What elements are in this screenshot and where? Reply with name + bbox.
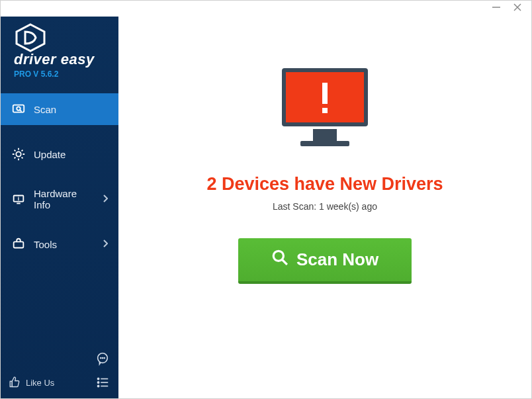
- chevron-right-icon: [103, 194, 108, 204]
- tools-icon: [11, 237, 26, 251]
- app-window: driver easy PRO V 5.6.2 Scan: [0, 0, 532, 399]
- feedback-button[interactable]: [95, 351, 111, 367]
- scan-now-label: Scan Now: [296, 249, 378, 270]
- svg-rect-16: [10, 381, 12, 386]
- svg-rect-27: [322, 83, 328, 104]
- svg-rect-25: [313, 129, 337, 141]
- sidebar-item-scan[interactable]: Scan: [1, 93, 118, 125]
- svg-rect-26: [300, 141, 349, 146]
- svg-marker-3: [17, 24, 44, 51]
- minimize-button[interactable]: [492, 3, 501, 15]
- svg-line-6: [20, 110, 22, 112]
- svg-rect-28: [322, 108, 328, 113]
- brand-version: PRO V 5.6.2: [14, 69, 109, 79]
- sidebar-item-label: Tools: [34, 239, 57, 250]
- svg-point-14: [102, 358, 103, 359]
- update-icon: [11, 147, 26, 161]
- svg-rect-4: [13, 105, 24, 112]
- scan-icon: [11, 102, 26, 116]
- logo-icon: [14, 23, 47, 52]
- sidebar-item-hardware-info[interactable]: i Hardware Info: [1, 183, 118, 215]
- nav: Scan Update: [1, 93, 118, 273]
- sidebar-item-tools[interactable]: Tools: [1, 228, 118, 260]
- alert-monitor-icon: [275, 63, 375, 155]
- brand-name: driver easy: [14, 51, 109, 68]
- svg-rect-11: [14, 242, 24, 247]
- scan-now-button[interactable]: Scan Now: [238, 238, 412, 284]
- like-us-label: Like Us: [26, 378, 54, 388]
- last-scan-text: Last Scan: 1 week(s) ago: [273, 201, 377, 212]
- svg-point-7: [16, 152, 21, 156]
- menu-button[interactable]: [95, 375, 111, 390]
- main-panel: 2 Devices have New Drivers Last Scan: 1 …: [118, 17, 531, 398]
- svg-point-15: [104, 358, 105, 359]
- sidebar: driver easy PRO V 5.6.2 Scan: [1, 17, 118, 398]
- svg-point-21: [97, 385, 99, 386]
- sidebar-item-label: Hardware Info: [34, 188, 95, 210]
- sidebar-item-update[interactable]: Update: [1, 138, 118, 170]
- svg-point-17: [97, 378, 99, 379]
- sidebar-item-label: Update: [34, 149, 66, 160]
- search-icon: [271, 249, 288, 271]
- svg-point-29: [273, 251, 283, 261]
- svg-point-13: [101, 358, 101, 359]
- sidebar-item-label: Scan: [34, 104, 56, 115]
- like-us-button[interactable]: Like Us: [9, 376, 54, 390]
- svg-text:i: i: [18, 196, 19, 202]
- logo-block: driver easy PRO V 5.6.2: [1, 17, 118, 88]
- thumbs-up-icon: [9, 376, 21, 390]
- hardware-info-icon: i: [11, 192, 26, 206]
- svg-point-19: [97, 382, 99, 383]
- svg-line-30: [282, 259, 287, 265]
- status-headline: 2 Devices have New Drivers: [206, 174, 443, 195]
- close-button[interactable]: [513, 3, 522, 15]
- sidebar-bottom: Like Us: [1, 344, 118, 398]
- chevron-right-icon: [103, 239, 108, 249]
- titlebar: [1, 1, 531, 17]
